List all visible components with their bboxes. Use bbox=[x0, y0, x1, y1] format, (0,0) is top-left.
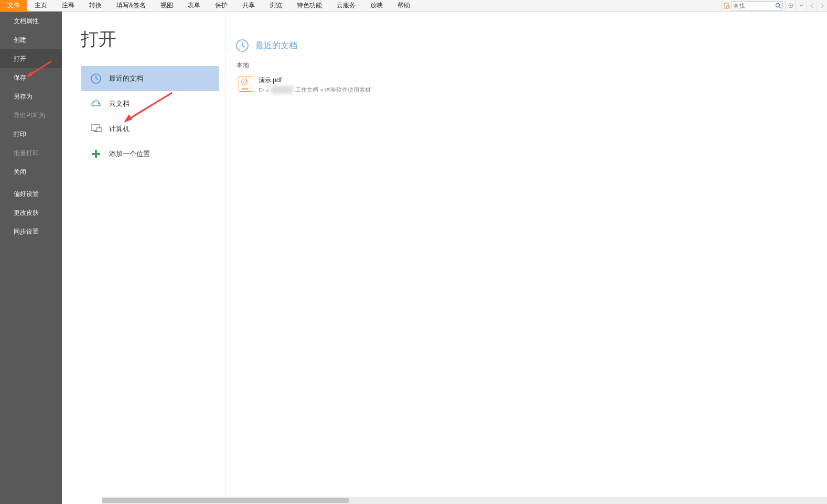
source-label: 添加一个位置 bbox=[109, 149, 150, 159]
source-add-location[interactable]: 添加一个位置 bbox=[81, 141, 219, 167]
sidebar-item-create[interactable]: 创建 bbox=[0, 30, 62, 49]
menu-tab-help[interactable]: 帮助 bbox=[390, 0, 417, 11]
sidebar-item-label: 创建 bbox=[14, 36, 26, 45]
menu-tab-fillsign[interactable]: 填写&签名 bbox=[109, 0, 153, 11]
sidebar-item-exportpdf[interactable]: 导出PDF为 bbox=[0, 106, 62, 125]
sidebar-item-label: 另存为 bbox=[14, 92, 33, 101]
menu-bar: 文件 主页 注释 转换 填写&签名 视图 表单 保护 共享 浏览 特色功能 云服… bbox=[0, 0, 827, 12]
sidebar-item-save[interactable]: 保存 bbox=[0, 68, 62, 87]
file-sidebar: 文档属性 创建 打开 保存 另存为 导出PDF为 打印 批量打印 关闭 偏好设置… bbox=[0, 12, 62, 504]
chevron-down-icon[interactable] bbox=[796, 1, 806, 11]
menu-tab-share[interactable]: 共享 bbox=[235, 0, 262, 11]
open-recent-column: 最近的文档 本地 G 演示.pdf D: » 用户 工作文档 » 体验软件使用素… bbox=[225, 12, 827, 504]
recent-group-local: 本地 bbox=[235, 61, 827, 70]
clock-icon bbox=[90, 73, 102, 84]
source-computer[interactable]: 计算机 bbox=[81, 116, 219, 141]
horizontal-scrollbar[interactable] bbox=[102, 497, 827, 504]
sidebar-item-label: 更改皮肤 bbox=[14, 209, 39, 217]
menu-tab-form[interactable]: 表单 bbox=[180, 0, 208, 11]
sidebar-item-sync[interactable]: 同步设置 bbox=[0, 222, 62, 241]
open-sources-column: 打开 最近的文档 云文档 bbox=[62, 12, 219, 504]
file-path: D: » 用户 工作文档 » 体验软件使用素材 bbox=[259, 86, 371, 94]
menu-tab-convert[interactable]: 转换 bbox=[82, 0, 109, 11]
menu-tab-view[interactable]: 视图 bbox=[153, 0, 180, 11]
source-cloud[interactable]: 云文档 bbox=[81, 91, 219, 116]
menu-tab-protect[interactable]: 保护 bbox=[208, 0, 235, 11]
settings-icon[interactable] bbox=[785, 1, 796, 11]
file-path-blurred: 用户 bbox=[271, 86, 293, 94]
sidebar-item-label: 批量打印 bbox=[14, 149, 39, 158]
sidebar-item-preferences[interactable]: 偏好设置 bbox=[0, 184, 62, 203]
sidebar-item-batchprint[interactable]: 批量打印 bbox=[0, 144, 62, 162]
svg-point-2 bbox=[776, 3, 780, 7]
pdf-file-icon: G bbox=[239, 76, 252, 92]
scrollbar-thumb[interactable] bbox=[102, 498, 349, 503]
sidebar-item-properties[interactable]: 文档属性 bbox=[0, 12, 62, 30]
recent-heading: 最近的文档 bbox=[235, 39, 827, 52]
menu-tab-annotate[interactable]: 注释 bbox=[55, 0, 82, 11]
sidebar-item-label: 保存 bbox=[14, 73, 26, 82]
source-label: 最近的文档 bbox=[109, 74, 143, 83]
source-label: 计算机 bbox=[109, 124, 130, 134]
source-recent[interactable]: 最近的文档 bbox=[81, 66, 219, 91]
search-icon[interactable] bbox=[774, 2, 782, 10]
open-panel: 打开 最近的文档 云文档 bbox=[62, 12, 827, 504]
menu-tab-cloud[interactable]: 云服务 bbox=[329, 0, 363, 11]
search-doc-icon[interactable] bbox=[721, 1, 732, 11]
nav-prev-icon[interactable] bbox=[806, 1, 817, 11]
cloud-icon bbox=[90, 98, 102, 109]
svg-point-1 bbox=[726, 5, 729, 8]
sidebar-item-label: 同步设置 bbox=[14, 227, 39, 236]
sidebar-item-label: 导出PDF为 bbox=[14, 111, 45, 120]
sidebar-item-label: 偏好设置 bbox=[14, 190, 39, 199]
source-label: 云文档 bbox=[109, 99, 130, 108]
file-name: 演示.pdf bbox=[259, 76, 371, 85]
recent-heading-label: 最近的文档 bbox=[255, 40, 297, 51]
menu-tab-features[interactable]: 特色功能 bbox=[289, 0, 329, 11]
sidebar-item-label: 打印 bbox=[14, 130, 26, 139]
sidebar-item-print[interactable]: 打印 bbox=[0, 125, 62, 144]
sidebar-item-close[interactable]: 关闭 bbox=[0, 162, 62, 181]
nav-next-icon[interactable] bbox=[817, 1, 827, 11]
search-box[interactable] bbox=[732, 1, 783, 10]
svg-rect-11 bbox=[96, 128, 102, 132]
menu-tab-home[interactable]: 主页 bbox=[27, 0, 55, 11]
svg-line-16 bbox=[242, 46, 245, 47]
svg-point-5 bbox=[790, 5, 791, 6]
plus-icon bbox=[90, 148, 102, 160]
sidebar-item-skin[interactable]: 更改皮肤 bbox=[0, 203, 62, 222]
menu-right-tools bbox=[721, 0, 827, 11]
page-title: 打开 bbox=[81, 27, 219, 51]
menu-tab-slideshow[interactable]: 放映 bbox=[363, 0, 390, 11]
sidebar-item-label: 打开 bbox=[14, 54, 26, 63]
clock-icon bbox=[235, 39, 249, 52]
svg-line-8 bbox=[96, 79, 98, 80]
search-input[interactable] bbox=[732, 3, 774, 9]
file-path-seg: 工作文档 » 体验软件使用素材 bbox=[295, 86, 371, 94]
recent-file-row[interactable]: G 演示.pdf D: » 用户 工作文档 » 体验软件使用素材 bbox=[235, 74, 445, 96]
sidebar-item-label: 文档属性 bbox=[14, 17, 39, 26]
menu-tab-browse[interactable]: 浏览 bbox=[262, 0, 289, 11]
file-path-seg: D: » bbox=[259, 87, 269, 93]
menu-tab-file[interactable]: 文件 bbox=[0, 0, 27, 11]
sidebar-item-open[interactable]: 打开 bbox=[0, 49, 62, 68]
svg-line-3 bbox=[779, 7, 781, 8]
sidebar-item-label: 关闭 bbox=[14, 168, 26, 177]
computer-icon bbox=[90, 123, 102, 135]
file-info: 演示.pdf D: » 用户 工作文档 » 体验软件使用素材 bbox=[259, 76, 371, 94]
sidebar-item-saveas[interactable]: 另存为 bbox=[0, 87, 62, 106]
